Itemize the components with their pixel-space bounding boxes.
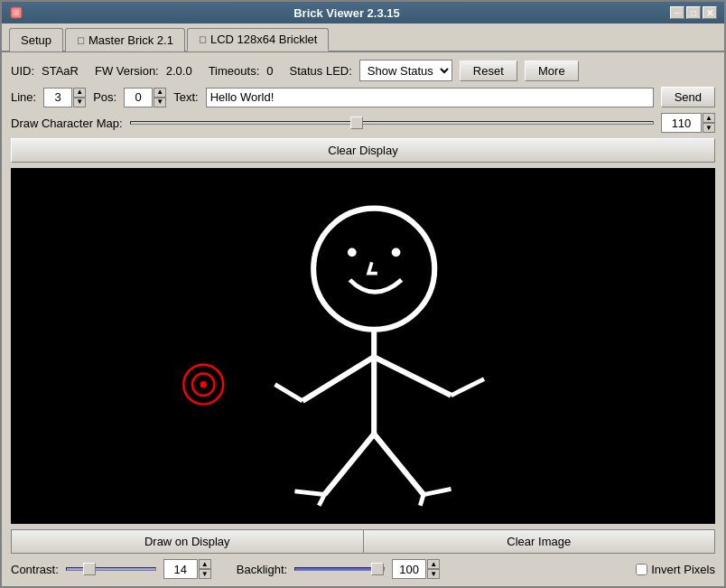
- svg-point-2: [313, 209, 434, 330]
- tab-master-brick[interactable]: ◻ Master Brick 2.1: [65, 28, 185, 51]
- bottom-buttons: Draw on Display Clear Image: [11, 529, 715, 554]
- content-area: UID: STAaR FW Version: 2.0.0 Timeouts: 0…: [2, 52, 724, 586]
- close-button[interactable]: ✕: [703, 6, 717, 19]
- window-title: Brick Viewer 2.3.15: [23, 6, 670, 20]
- contrast-spinbox-btns: ▲ ▼: [199, 559, 211, 579]
- draw-char-map-label: Draw Character Map:: [11, 117, 123, 130]
- pos-up-btn[interactable]: ▲: [154, 88, 166, 98]
- contrast-label: Contrast:: [11, 563, 59, 576]
- lcd-display[interactable]: [11, 168, 715, 524]
- text-label: Text:: [173, 90, 198, 104]
- char-map-spinbox: ▲ ▼: [661, 113, 715, 133]
- svg-line-6: [302, 357, 374, 401]
- text-input[interactable]: [206, 88, 654, 107]
- status-led-select[interactable]: Show Status Off On Heartbeat: [359, 60, 452, 81]
- char-map-slider-container: [130, 121, 654, 125]
- fw-label: FW Version:: [95, 64, 159, 78]
- clear-display-button[interactable]: Clear Display: [11, 138, 715, 163]
- window-controls: ─ □ ✕: [670, 6, 717, 19]
- tab-bar: Setup ◻ Master Brick 2.1 ◻ LCD 128x64 Br…: [2, 23, 724, 52]
- tab-master-icon: ◻: [77, 34, 85, 46]
- svg-point-18: [200, 381, 207, 387]
- main-window: Brick Viewer 2.3.15 ─ □ ✕ Setup ◻ Master…: [0, 0, 726, 588]
- char-map-row: Draw Character Map: ▲ ▼: [11, 113, 715, 133]
- char-map-spinbox-btns: ▲ ▼: [703, 113, 715, 133]
- uid-value: STAaR: [42, 64, 79, 78]
- contrast-down-btn[interactable]: ▼: [199, 569, 211, 579]
- backlight-down-btn[interactable]: ▼: [427, 569, 440, 579]
- line-down-btn[interactable]: ▼: [73, 98, 86, 107]
- line-input[interactable]: [43, 88, 72, 107]
- contrast-slider[interactable]: [66, 567, 156, 571]
- clear-image-button[interactable]: Clear Image: [363, 529, 716, 554]
- line-spinbox: ▲ ▼: [43, 88, 86, 107]
- bottom-settings-row: Contrast: ▲ ▼ Backlight: ▲ ▼ Inver: [11, 559, 715, 579]
- more-button[interactable]: More: [525, 61, 579, 81]
- tab-setup[interactable]: Setup: [9, 28, 63, 51]
- tab-lcd-bricklet[interactable]: ◻ LCD 128x64 Bricklet: [187, 28, 330, 51]
- char-map-input[interactable]: [661, 113, 702, 133]
- tab-lcd-icon: ◻: [199, 33, 207, 45]
- timeouts-label: Timeouts:: [209, 64, 260, 78]
- svg-line-7: [374, 357, 451, 396]
- maximize-button[interactable]: □: [686, 6, 701, 19]
- tab-master-label: Master Brick 2.1: [88, 33, 173, 47]
- svg-line-15: [420, 495, 424, 506]
- uid-label: UID:: [11, 64, 34, 78]
- char-map-up-btn[interactable]: ▲: [703, 113, 715, 123]
- svg-point-3: [348, 248, 357, 257]
- line-up-btn[interactable]: ▲: [73, 88, 86, 98]
- backlight-up-btn[interactable]: ▲: [427, 559, 440, 569]
- tab-lcd-label: LCD 128x64 Bricklet: [210, 33, 318, 46]
- invert-pixels-container: Invert Pixels: [636, 563, 715, 576]
- pos-label: Pos:: [93, 90, 116, 104]
- app-icon: [9, 5, 23, 20]
- tab-setup-label: Setup: [21, 33, 51, 47]
- char-map-down-btn[interactable]: ▼: [703, 123, 715, 133]
- backlight-input[interactable]: [392, 559, 426, 579]
- text-row: Line: ▲ ▼ Pos: ▲ ▼ Text: Send: [11, 87, 715, 107]
- svg-line-9: [451, 379, 485, 396]
- lcd-canvas: [11, 168, 715, 524]
- svg-rect-1: [14, 10, 19, 15]
- minimize-button[interactable]: ─: [670, 6, 684, 19]
- timeouts-value: 0: [266, 64, 273, 78]
- svg-line-8: [275, 385, 302, 401]
- svg-line-12: [294, 491, 324, 495]
- char-map-slider[interactable]: [130, 121, 654, 125]
- svg-point-4: [392, 248, 401, 257]
- line-label: Line:: [11, 90, 36, 104]
- backlight-slider[interactable]: [294, 567, 385, 571]
- svg-line-14: [424, 489, 451, 494]
- status-led-label: Status LED:: [289, 64, 351, 78]
- svg-line-10: [324, 434, 374, 495]
- draw-on-display-button[interactable]: Draw on Display: [11, 529, 363, 554]
- contrast-input[interactable]: [163, 559, 198, 579]
- pos-spinbox: ▲ ▼: [124, 88, 166, 107]
- backlight-label: Backlight:: [237, 563, 287, 576]
- info-row: UID: STAaR FW Version: 2.0.0 Timeouts: 0…: [11, 60, 715, 81]
- line-spinbox-btns: ▲ ▼: [73, 88, 86, 107]
- pos-spinbox-btns: ▲ ▼: [154, 88, 166, 107]
- pos-down-btn[interactable]: ▼: [154, 98, 166, 107]
- invert-pixels-label[interactable]: Invert Pixels: [651, 563, 715, 576]
- title-bar: Brick Viewer 2.3.15 ─ □ ✕: [2, 2, 724, 23]
- reset-button[interactable]: Reset: [460, 61, 517, 81]
- clear-display-container: Clear Display: [11, 138, 715, 163]
- backlight-spinbox-btns: ▲ ▼: [427, 559, 440, 579]
- send-button[interactable]: Send: [661, 87, 715, 107]
- contrast-up-btn[interactable]: ▲: [199, 559, 211, 569]
- invert-pixels-checkbox[interactable]: [636, 564, 647, 575]
- svg-line-11: [374, 434, 424, 495]
- fw-value: 2.0.0: [166, 64, 192, 78]
- contrast-spinbox: ▲ ▼: [163, 559, 211, 579]
- backlight-spinbox: ▲ ▼: [392, 559, 440, 579]
- pos-input[interactable]: [124, 88, 153, 107]
